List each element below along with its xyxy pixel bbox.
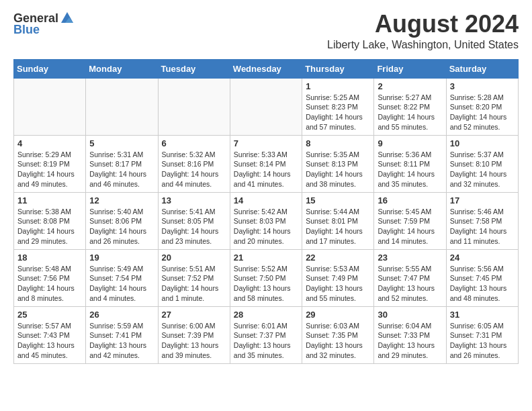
day-number: 7 [234, 138, 298, 148]
day-info: Sunrise: 5:52 AMSunset: 7:50 PMDaylight:… [234, 264, 298, 304]
day-info: Sunrise: 5:59 AMSunset: 7:41 PMDaylight:… [89, 321, 154, 361]
calendar-cell: 26Sunrise: 5:59 AMSunset: 7:41 PMDayligh… [86, 306, 158, 363]
day-info: Sunrise: 6:00 AMSunset: 7:39 PMDaylight:… [162, 321, 226, 361]
day-number: 26 [89, 310, 154, 320]
calendar-header-row: SundayMondayTuesdayWednesdayThursdayFrid… [14, 59, 519, 78]
calendar-cell: 29Sunrise: 6:03 AMSunset: 7:35 PMDayligh… [302, 306, 374, 363]
day-number: 1 [306, 81, 370, 91]
calendar-cell: 4Sunrise: 5:29 AMSunset: 8:19 PMDaylight… [14, 135, 86, 192]
day-header-sunday: Sunday [14, 59, 86, 78]
day-number: 9 [378, 138, 442, 148]
day-number: 18 [17, 253, 82, 263]
calendar-cell: 13Sunrise: 5:41 AMSunset: 8:05 PMDayligh… [158, 192, 230, 249]
title-area: August 2024 Liberty Lake, Washington, Un… [327, 11, 519, 51]
day-number: 30 [378, 310, 442, 320]
calendar-cell [14, 78, 86, 135]
day-number: 12 [89, 195, 154, 205]
calendar-cell: 5Sunrise: 5:31 AMSunset: 8:17 PMDaylight… [86, 135, 158, 192]
calendar-cell: 9Sunrise: 5:36 AMSunset: 8:11 PMDaylight… [374, 135, 446, 192]
day-number: 24 [450, 253, 515, 263]
logo: General Blue [13, 11, 76, 37]
calendar-week-1: 1Sunrise: 5:25 AMSunset: 8:23 PMDaylight… [14, 78, 519, 135]
day-number: 15 [306, 195, 370, 205]
day-info: Sunrise: 5:37 AMSunset: 8:10 PMDaylight:… [450, 150, 515, 189]
day-info: Sunrise: 5:33 AMSunset: 8:14 PMDaylight:… [234, 150, 298, 189]
calendar-cell [86, 78, 158, 135]
day-number: 16 [378, 195, 442, 205]
calendar-cell: 14Sunrise: 5:42 AMSunset: 8:03 PMDayligh… [230, 192, 302, 249]
calendar-week-4: 18Sunrise: 5:48 AMSunset: 7:56 PMDayligh… [14, 249, 519, 306]
calendar-cell [230, 78, 302, 135]
calendar-cell [158, 78, 230, 135]
calendar-cell: 17Sunrise: 5:46 AMSunset: 7:58 PMDayligh… [446, 192, 518, 249]
day-number: 11 [17, 195, 82, 205]
day-number: 19 [89, 253, 154, 263]
calendar-cell: 8Sunrise: 5:35 AMSunset: 8:13 PMDaylight… [302, 135, 374, 192]
calendar-cell: 27Sunrise: 6:00 AMSunset: 7:39 PMDayligh… [158, 306, 230, 363]
calendar-cell: 12Sunrise: 5:40 AMSunset: 8:06 PMDayligh… [86, 192, 158, 249]
day-number: 8 [306, 138, 370, 148]
calendar-cell: 10Sunrise: 5:37 AMSunset: 8:10 PMDayligh… [446, 135, 518, 192]
calendar-cell: 25Sunrise: 5:57 AMSunset: 7:43 PMDayligh… [14, 306, 86, 363]
day-info: Sunrise: 5:40 AMSunset: 8:06 PMDaylight:… [89, 207, 154, 246]
day-info: Sunrise: 5:57 AMSunset: 7:43 PMDaylight:… [17, 321, 82, 361]
day-info: Sunrise: 5:25 AMSunset: 8:23 PMDaylight:… [306, 93, 370, 132]
day-info: Sunrise: 6:01 AMSunset: 7:37 PMDaylight:… [234, 321, 298, 361]
calendar-cell: 6Sunrise: 5:32 AMSunset: 8:16 PMDaylight… [158, 135, 230, 192]
day-header-thursday: Thursday [302, 59, 374, 78]
day-number: 23 [378, 253, 442, 263]
day-info: Sunrise: 5:49 AMSunset: 7:54 PMDaylight:… [89, 264, 154, 304]
day-info: Sunrise: 5:42 AMSunset: 8:03 PMDaylight:… [234, 207, 298, 246]
day-info: Sunrise: 5:48 AMSunset: 7:56 PMDaylight:… [17, 264, 82, 304]
day-header-wednesday: Wednesday [230, 59, 302, 78]
day-header-tuesday: Tuesday [158, 59, 230, 78]
day-number: 14 [234, 195, 298, 205]
calendar-cell: 18Sunrise: 5:48 AMSunset: 7:56 PMDayligh… [14, 249, 86, 306]
day-info: Sunrise: 6:03 AMSunset: 7:35 PMDaylight:… [306, 321, 370, 361]
day-info: Sunrise: 5:55 AMSunset: 7:47 PMDaylight:… [378, 264, 442, 304]
month-title: August 2024 [327, 11, 519, 38]
day-number: 28 [234, 310, 298, 320]
calendar-cell: 21Sunrise: 5:52 AMSunset: 7:50 PMDayligh… [230, 249, 302, 306]
calendar-cell: 28Sunrise: 6:01 AMSunset: 7:37 PMDayligh… [230, 306, 302, 363]
calendar-cell: 7Sunrise: 5:33 AMSunset: 8:14 PMDaylight… [230, 135, 302, 192]
calendar-week-5: 25Sunrise: 5:57 AMSunset: 7:43 PMDayligh… [14, 306, 519, 363]
day-info: Sunrise: 5:36 AMSunset: 8:11 PMDaylight:… [378, 150, 442, 189]
day-info: Sunrise: 5:53 AMSunset: 7:49 PMDaylight:… [306, 264, 370, 304]
day-info: Sunrise: 5:32 AMSunset: 8:16 PMDaylight:… [162, 150, 226, 189]
calendar-cell: 30Sunrise: 6:04 AMSunset: 7:33 PMDayligh… [374, 306, 446, 363]
day-number: 10 [450, 138, 515, 148]
day-number: 17 [450, 195, 515, 205]
day-info: Sunrise: 5:38 AMSunset: 8:08 PMDaylight:… [17, 207, 82, 246]
day-info: Sunrise: 5:46 AMSunset: 7:58 PMDaylight:… [450, 207, 515, 246]
day-number: 31 [450, 310, 515, 320]
day-header-saturday: Saturday [446, 59, 518, 78]
calendar-cell: 22Sunrise: 5:53 AMSunset: 7:49 PMDayligh… [302, 249, 374, 306]
day-number: 4 [17, 138, 82, 148]
day-header-friday: Friday [374, 59, 446, 78]
day-number: 6 [162, 138, 226, 148]
calendar-cell: 1Sunrise: 5:25 AMSunset: 8:23 PMDaylight… [302, 78, 374, 135]
calendar-cell: 16Sunrise: 5:45 AMSunset: 7:59 PMDayligh… [374, 192, 446, 249]
day-info: Sunrise: 5:51 AMSunset: 7:52 PMDaylight:… [162, 264, 226, 304]
day-info: Sunrise: 6:05 AMSunset: 7:31 PMDaylight:… [450, 321, 515, 361]
day-number: 3 [450, 81, 515, 91]
day-number: 5 [89, 138, 154, 148]
day-number: 2 [378, 81, 442, 91]
day-number: 27 [162, 310, 226, 320]
day-number: 22 [306, 253, 370, 263]
logo-blue-text: Blue [13, 23, 40, 37]
day-info: Sunrise: 5:41 AMSunset: 8:05 PMDaylight:… [162, 207, 226, 246]
calendar-cell: 11Sunrise: 5:38 AMSunset: 8:08 PMDayligh… [14, 192, 86, 249]
logo-icon [60, 11, 75, 26]
day-info: Sunrise: 5:44 AMSunset: 8:01 PMDaylight:… [306, 207, 370, 246]
location: Liberty Lake, Washington, United States [327, 39, 519, 51]
calendar-cell: 24Sunrise: 5:56 AMSunset: 7:45 PMDayligh… [446, 249, 518, 306]
calendar-cell: 20Sunrise: 5:51 AMSunset: 7:52 PMDayligh… [158, 249, 230, 306]
calendar-cell: 19Sunrise: 5:49 AMSunset: 7:54 PMDayligh… [86, 249, 158, 306]
day-info: Sunrise: 5:35 AMSunset: 8:13 PMDaylight:… [306, 150, 370, 189]
calendar-cell: 2Sunrise: 5:27 AMSunset: 8:22 PMDaylight… [374, 78, 446, 135]
page-header: General Blue August 2024 Liberty Lake, W… [13, 11, 519, 51]
calendar-table: SundayMondayTuesdayWednesdayThursdayFrid… [13, 59, 519, 364]
day-number: 29 [306, 310, 370, 320]
